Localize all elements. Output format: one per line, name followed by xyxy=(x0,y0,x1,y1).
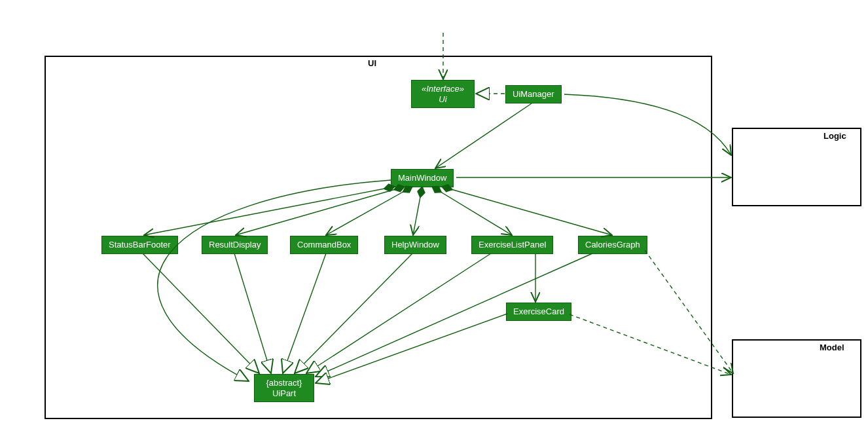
class-name: ResultDisplay xyxy=(209,240,261,250)
diagram-canvas: UI Logic Model «Interface» Ui UiManager … xyxy=(0,0,868,427)
class-name: CaloriesGraph xyxy=(585,240,640,250)
class-name: ExerciseListPanel xyxy=(479,240,546,250)
class-name: CommandBox xyxy=(297,240,351,250)
class-name: UiManager xyxy=(513,89,554,99)
stereotype-label: «Interface» xyxy=(422,84,464,94)
class-name: HelpWindow xyxy=(391,240,439,250)
package-ui-label: UI xyxy=(368,58,376,68)
node-status-bar: StatusBarFooter xyxy=(101,236,178,254)
node-ui-manager: UiManager xyxy=(505,85,562,103)
node-main-window: MainWindow xyxy=(391,169,454,187)
package-logic-label: Logic xyxy=(823,131,846,141)
node-calories-graph: CaloriesGraph xyxy=(578,236,647,254)
class-name: StatusBarFooter xyxy=(109,240,171,250)
class-name: ExerciseCard xyxy=(513,306,564,316)
node-ui-interface: «Interface» Ui xyxy=(411,80,475,108)
class-name: Ui xyxy=(439,94,446,104)
node-ui-part: {abstract} UiPart xyxy=(254,374,314,402)
node-exercise-list: ExerciseListPanel xyxy=(471,236,553,254)
node-exercise-card: ExerciseCard xyxy=(506,303,571,321)
modifier-label: {abstract} xyxy=(266,378,302,388)
node-help-window: HelpWindow xyxy=(384,236,446,254)
class-name: UiPart xyxy=(272,388,296,398)
package-model-label: Model xyxy=(820,343,844,352)
node-result-display: ResultDisplay xyxy=(202,236,268,254)
class-name: MainWindow xyxy=(398,173,446,183)
node-command-box: CommandBox xyxy=(290,236,358,254)
